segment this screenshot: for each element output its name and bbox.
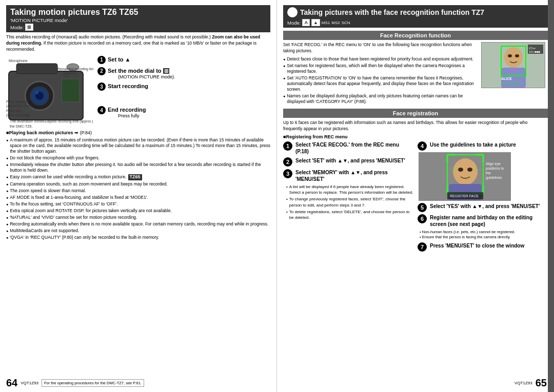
svg-text:Elapsed recording time (approx: Elapsed recording time (approx.) xyxy=(45,119,93,123)
step3-text: Start recording xyxy=(108,82,148,90)
camera-graphic: Microphone The illustration shows the DM… xyxy=(6,56,93,128)
left-vqt: VQT1Z93 xyxy=(21,381,38,385)
step4-label: Use the guidelines to take a picture xyxy=(430,141,548,148)
face-bullets: Detect faces close to those that have be… xyxy=(283,56,477,105)
face-bullet-1: Detect faces close to those that have be… xyxy=(283,56,477,62)
step3-note-1: A list will be displayed if 6 people hav… xyxy=(286,184,413,195)
bullet-1: A maximum of approx. 15 minutes of conti… xyxy=(6,137,270,154)
left-intro: This enables recording of (monaural) aud… xyxy=(6,34,270,53)
svg-text:ALICE: ALICE xyxy=(501,77,512,80)
step3-note-3: To delete registrations, select 'DELETE'… xyxy=(286,209,413,220)
step3-circle: 3 xyxy=(97,82,106,91)
left-subtitle: 'MOTION PICTURE mode' xyxy=(10,17,68,23)
bullet-12: MultiMediaCards are not supported. xyxy=(6,228,270,234)
left-title: Taking motion pictures TZ6 TZ65 xyxy=(10,7,138,17)
svg-text:(approx.): (approx.) xyxy=(64,71,77,75)
step3-notes: A list will be displayed if 6 people hav… xyxy=(283,184,413,220)
step1-item: 1 Select 'FACE RECOG.' from the REC menu… xyxy=(283,141,413,155)
playing-back-title: ■Playing back motion pictures xyxy=(6,130,73,135)
step2-num: 2 xyxy=(283,157,292,167)
face-recognition-icon: ☺ xyxy=(287,7,298,17)
steps-right-col: 4 Use the guidelines to take a picture xyxy=(418,141,548,252)
svg-point-22 xyxy=(504,47,523,68)
bullet-5: Camera operation sounds, such as zoom mo… xyxy=(6,181,270,187)
left-title-box: Taking motion pictures TZ6 TZ65 'MOTION … xyxy=(6,5,270,32)
svg-text:AF TRACKING: AF TRACKING xyxy=(501,82,522,85)
svg-text:Microphone: Microphone xyxy=(9,59,28,63)
svg-text:the DMC-TZ6.: the DMC-TZ6. xyxy=(10,125,32,128)
face-bullet-3: Set 'AUTO REGISTRATION' to 'ON' to have … xyxy=(283,75,477,92)
mode-icon-scn: SCN xyxy=(342,20,350,25)
svg-point-24 xyxy=(508,54,512,57)
playing-back-ref: ➡ (P.84) xyxy=(74,130,92,135)
step7-item: 7 Press 'MENU/SET' to close the window xyxy=(418,242,548,252)
svg-rect-1 xyxy=(16,64,57,74)
svg-text:10x ■■■: 10x ■■■ xyxy=(529,50,541,53)
playing-back-section: ■Playing back motion pictures ➡ (P.84) xyxy=(6,130,270,135)
svg-text:Align eye: Align eye xyxy=(486,162,501,166)
step1-circle: 1 xyxy=(97,56,106,64)
step1-text: Set to ▲ xyxy=(108,56,131,63)
steps-column: 1 Set to ▲ 2 Set the mode dial to ⊞ (MOT… xyxy=(97,56,270,128)
bullet-8: To fix the focus setting, set 'CONTINUOU… xyxy=(6,201,270,207)
face-recognition-header: Face Recognition function xyxy=(283,31,548,40)
register-face-image-container: Align eye positions to the guidelines RE… xyxy=(419,152,548,201)
svg-text:27xx: 27xx xyxy=(529,47,536,50)
left-footer-note: For the operating procedures for the DMC… xyxy=(42,379,144,387)
step1-num: 1 xyxy=(283,141,292,151)
svg-text:REGISTER FACE: REGISTER FACE xyxy=(450,194,479,198)
step6-num: 6 xyxy=(418,214,427,223)
step4-row: 4 End recording Press fully xyxy=(97,106,270,118)
right-vqt: VQT1Z93 xyxy=(515,381,532,385)
right-panel: ☺ Taking pictures with the face recognit… xyxy=(277,0,554,392)
step3-item: 3 Select 'MEMORY' with ▲▼, and press 'ME… xyxy=(283,169,413,182)
step1-row: 1 Set to ▲ xyxy=(97,56,270,64)
bullet-13: 'QVGA' in 'REC QUALITY' (P.80) can only … xyxy=(6,235,270,240)
face-recog-intro: Set 'FACE RECOG.' in the REC menu to 'ON… xyxy=(283,42,477,54)
mode-icon-arr: ▲ xyxy=(311,19,320,26)
bullet-6: The zoom speed is slower than normal. xyxy=(6,188,270,194)
alice-image: ALICE AF TRACKING 27xx 10x ■■■ xyxy=(481,42,545,88)
left-mode-icon: ⊞ xyxy=(25,24,33,31)
mode-icon-ms1: MS1 xyxy=(322,20,330,25)
step2-label: Select 'SET' with ▲▼, and press 'MENU/SE… xyxy=(295,157,413,164)
svg-text:the: the xyxy=(486,171,491,175)
step4-num: 4 xyxy=(418,141,427,151)
bullet-3: Immediately release the shutter button a… xyxy=(6,162,270,173)
bullet-11: Recording automatically ends when there … xyxy=(6,221,270,227)
right-mode-label: Mode: xyxy=(287,20,301,26)
camera-area: Microphone The illustration shows the DM… xyxy=(6,56,270,128)
step7-num: 7 xyxy=(418,242,427,252)
steps-left-col: 1 Select 'FACE RECOG.' from the REC menu… xyxy=(283,141,413,252)
step5-num: 5 xyxy=(418,203,427,212)
right-sidebar-accent xyxy=(548,0,554,392)
face-bullet-4: Names can be displayed during playback, … xyxy=(283,93,477,105)
left-bullets: A maximum of approx. 15 minutes of conti… xyxy=(6,137,270,240)
svg-point-25 xyxy=(515,54,519,57)
alice-image-col: ALICE AF TRACKING 27xx 10x ■■■ xyxy=(481,42,548,106)
svg-text:Press halfway: Press halfway xyxy=(6,100,27,104)
step3-label: Select 'MEMORY' with ▲▼, and press 'MENU… xyxy=(295,169,413,182)
svg-text:(Adjust the focus): (Adjust the focus) xyxy=(6,104,32,108)
svg-point-35 xyxy=(458,168,463,172)
step2-text: Set the mode dial to ⊞ xyxy=(108,67,175,74)
step3-note-2: To change previously registered faces, s… xyxy=(286,196,413,208)
step4-item: 4 Use the guidelines to take a picture xyxy=(418,141,548,151)
right-title-box: ☺ Taking pictures with the face recognit… xyxy=(283,5,548,28)
svg-text:The illustration shows: The illustration shows xyxy=(10,119,45,123)
step2-item: 2 Select 'SET' with ▲▼, and press 'MENU/… xyxy=(283,157,413,167)
step2-subtext: (MOTION PICTURE mode). xyxy=(118,74,175,79)
svg-text:positions to: positions to xyxy=(486,167,504,171)
bullet-4: Easy zoom cannot be used while recording… xyxy=(6,174,270,180)
step6-label: Register name and birthday on the editin… xyxy=(430,214,548,228)
registering-header: ■Registering from REC menu xyxy=(283,134,548,139)
step2-row: 2 Set the mode dial to ⊞ (MOTION PICTURE… xyxy=(97,67,270,79)
svg-text:guidelines: guidelines xyxy=(486,176,502,180)
face-cam-note-1: • Non-human faces (i.e. pets, etc.) cann… xyxy=(420,230,548,235)
bullet-2: Do not block the microphone with your fi… xyxy=(6,155,270,161)
step2-circle: 2 xyxy=(97,67,106,75)
left-mode-label: Mode: xyxy=(10,25,24,30)
face-bullet-2: Set names for registered faces, which wi… xyxy=(283,63,477,74)
face-cam-note-2: • Ensure that the person is facing the c… xyxy=(420,235,548,240)
step4-text: End recording xyxy=(108,106,146,113)
